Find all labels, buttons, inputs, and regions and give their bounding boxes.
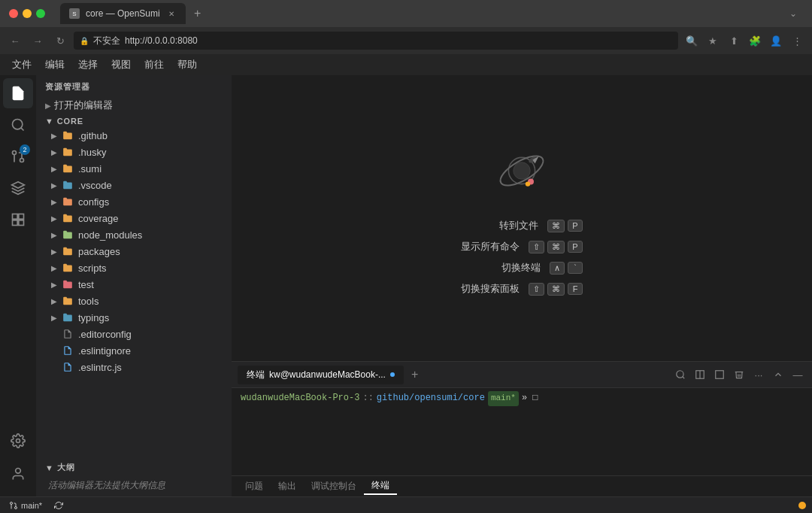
item-label: tools [78,296,98,307]
tree-item-coverage[interactable]: ▶ coverage [36,210,232,226]
opened-editors-section[interactable]: ▶ 打开的编辑器 [36,96,232,115]
chevron-right-icon: ▶ [48,295,60,307]
activity-scm[interactable]: 2 [3,141,33,172]
branch-icon [9,501,18,510]
bookmark-action[interactable]: ★ [704,32,722,50]
tab-debug-console[interactable]: 调试控制台 [304,478,364,494]
menu-action[interactable]: ⋮ [788,32,806,50]
tree-item-vscode[interactable]: ▶ .vscode [36,177,232,193]
tree-item-scripts[interactable]: ▶ scripts [36,260,232,276]
outline-header[interactable]: ▼ 大纲 [36,460,232,475]
maximize-terminal-button[interactable] [711,366,728,383]
chevron-right-icon: ▶ [48,162,60,175]
close-button[interactable] [9,9,18,18]
chevron-right-icon: ▶ [48,212,60,224]
folder-icon [62,212,74,224]
url-bar[interactable]: 🔒 不安全 http://0.0.0.0:8080 [74,32,678,50]
svg-rect-8 [19,220,24,226]
tree-item-tools[interactable]: ▶ tools [36,293,232,309]
core-section[interactable]: ▼ CORE [36,115,232,127]
panel-header: 终端 kw@wudanwudeMacBook-... + [232,362,812,388]
menu-help[interactable]: 帮助 [171,56,203,73]
search-action[interactable]: 🔍 [683,32,701,50]
kbd-group: ⇧ ⌘ P [529,241,583,253]
chevron-down-icon: ▼ [45,463,54,472]
activity-explorer[interactable] [3,78,33,108]
menu-file[interactable]: 文件 [6,56,38,73]
main-area: 转到文件 ⌘ P 显示所有命令 ⇧ ⌘ P 切换终端 [232,75,812,496]
item-label: node_modules [78,229,142,241]
tree-item-node-modules[interactable]: ▶ node_modules [36,226,232,243]
tree-item-eslintrc[interactable]: ▶ .eslintrc.js [36,359,232,375]
browser-actions: 🔍 ★ ⬆ 🧩 👤 ⋮ [683,32,806,50]
tab-terminal[interactable]: 终端 [364,478,397,495]
outline-section: ▼ 大纲 活动编辑器无法提供大纲信息 [36,460,232,496]
tree-item-husky[interactable]: ▶ .husky [36,144,232,160]
tab-output[interactable]: 输出 [271,478,304,494]
tree-item-github[interactable]: ▶ .github [36,127,232,144]
sync-status[interactable] [51,501,66,510]
collapse-button[interactable]: ⌄ [789,8,803,19]
branch-status[interactable]: main* [6,501,45,510]
close-panel-button[interactable]: — [789,366,806,383]
folder-icon [62,179,74,191]
folder-icon [62,146,74,158]
tree-item-typings[interactable]: ▶ typings [36,309,232,326]
shortcut-toggle-terminal: 切换终端 ∧ ` [501,261,583,275]
search-terminal-button[interactable] [672,366,689,383]
activity-bar: 2 [0,75,36,496]
activity-search[interactable] [3,110,33,140]
tree-item-sumi[interactable]: ▶ .sumi [36,160,232,177]
minimize-panel-button[interactable] [770,366,786,383]
shortcuts-panel: 转到文件 ⌘ P 显示所有命令 ⇧ ⌘ P 切换终端 [461,219,583,296]
terminal-tab[interactable]: 终端 kw@wudanwudeMacBook-... [238,366,404,384]
file-icon [62,345,74,357]
terminal-content[interactable]: wudanwudeMacBook-Pro-3 :: github/opensum… [232,388,812,475]
browser-tab[interactable]: S core — OpenSumi ✕ [60,3,186,24]
new-tab-button[interactable]: + [187,3,208,24]
back-button[interactable]: ← [6,32,24,50]
shortcut-label: 切换搜索面板 [461,282,520,296]
maximize-button[interactable] [36,9,45,18]
opened-editors-label: 打开的编辑器 [54,99,113,112]
tree-item-packages[interactable]: ▶ packages [36,243,232,260]
more-terminal-button[interactable]: ··· [750,366,767,383]
bottom-tabs: 问题 输出 调试控制台 终端 [232,475,812,496]
activity-bottom [3,426,33,496]
chevron-right-icon: ▶ [48,196,60,208]
menu-select[interactable]: 选择 [72,56,104,73]
tree-item-eslintignore[interactable]: ▶ .eslintignore [36,342,232,359]
activity-debug[interactable] [3,173,33,203]
key-cmd: ⌘ [547,220,565,232]
tree-item-configs[interactable]: ▶ configs [36,193,232,210]
activity-settings[interactable] [3,426,33,456]
tab-dot [390,372,395,377]
menu-edit[interactable]: 编辑 [39,56,71,73]
forward-button[interactable]: → [29,32,47,50]
tab-close-button[interactable]: ✕ [166,8,177,19]
activity-account[interactable] [3,459,33,489]
title-bar: S core — OpenSumi ✕ + ⌄ [0,0,812,27]
tree-item-editorconfig[interactable]: ▶ .editorconfig [36,326,232,342]
reload-button[interactable]: ↻ [51,32,69,50]
menu-view[interactable]: 视图 [105,56,137,73]
share-action[interactable]: ⬆ [725,32,743,50]
split-terminal-button[interactable] [692,366,708,383]
svg-line-20 [683,377,685,379]
activity-extensions[interactable] [3,205,33,235]
minimize-button[interactable] [23,9,32,18]
folder-icon [62,129,74,141]
kbd-group: ⇧ ⌘ F [529,283,583,296]
prompt-separator: :: [362,391,373,405]
tree-item-test[interactable]: ▶ test [36,276,232,293]
extensions-action[interactable]: 🧩 [746,32,764,50]
chevron-right-icon: ▶ [48,262,60,274]
menu-goto[interactable]: 前往 [138,56,170,73]
profile-action[interactable]: 👤 [767,32,785,50]
chevron-right-icon: ▶ [48,129,60,141]
editor-welcome: 转到文件 ⌘ P 显示所有命令 ⇧ ⌘ P 切换终端 [232,75,812,361]
add-terminal-button[interactable]: + [407,368,423,381]
tab-problems[interactable]: 问题 [238,478,271,494]
delete-terminal-button[interactable] [731,366,747,383]
chevron-right-icon: ▶ [45,102,51,110]
